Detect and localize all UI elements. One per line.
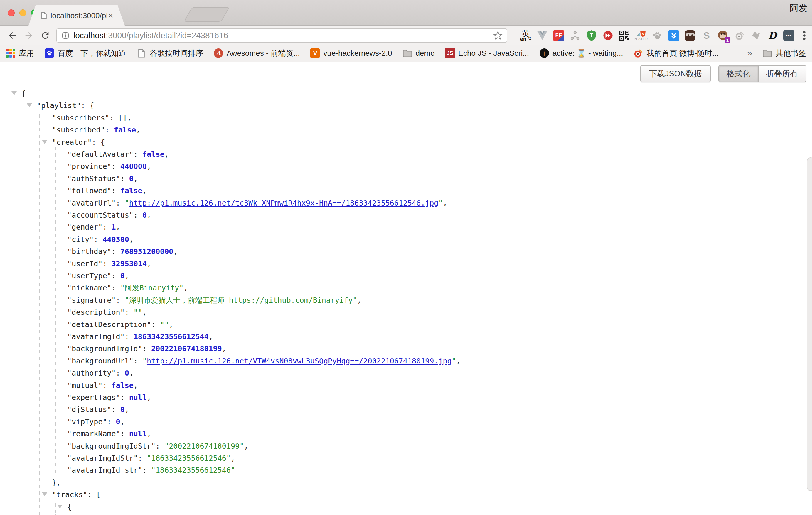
shield-icon: T (587, 30, 596, 41)
json-line: "avatarUrl": "http://p1.music.126.net/tc… (67, 197, 447, 209)
json-token: "djStatus" (67, 405, 112, 414)
chevrons-blue-extension-button[interactable] (667, 29, 680, 42)
json-token: "subscribers" (52, 114, 110, 122)
chrome-menu-button[interactable] (798, 29, 811, 42)
json-token: "subscribed" (52, 126, 105, 134)
json-token: : [ (87, 490, 100, 499)
indent-guide (23, 99, 23, 515)
window-titlebar: localhost:3000/playlist/detail?i × 阿发 (0, 0, 812, 26)
json-token: : (120, 174, 129, 183)
paw-extension-button[interactable] (650, 29, 664, 42)
vertical-scrollbar[interactable] (807, 158, 812, 491)
bookmark-item[interactable]: demo (403, 49, 435, 58)
minimize-window-button[interactable] (19, 9, 26, 17)
bookmark-item[interactable]: 我的首页 微博-随时... (634, 48, 719, 58)
json-token: : (112, 187, 120, 195)
folder-icon (763, 49, 772, 58)
weibo-gray-icon (735, 31, 744, 40)
json-line: "gender": 1, (67, 221, 120, 233)
bookmark-item[interactable]: JSEcho JS - JavaScri... (445, 49, 529, 58)
page-icon (138, 49, 145, 58)
json-token: "remarkName" (67, 430, 120, 438)
json-token: { (22, 89, 26, 98)
json-token: , (456, 357, 461, 365)
bookmark-label: vue-hackernews-2.0 (323, 49, 392, 58)
bookmark-item[interactable]: ↓active: ⌛ - waiting... (540, 49, 623, 58)
collapse-all-button[interactable]: 折叠所有 (759, 66, 806, 82)
json-url-link[interactable]: http://p1.music.126.net/tc3Wk_XNPmwiR4hx… (129, 199, 439, 207)
url-text[interactable]: localhost:3000/playlist/detail?id=243816… (74, 31, 493, 40)
mask-extension-button[interactable] (684, 29, 697, 42)
json-token: "avatarUrl" (67, 199, 116, 207)
json-token: : (142, 344, 151, 353)
fehelper-extension-button[interactable]: FE (552, 29, 566, 42)
collapse-triangle-icon[interactable] (27, 103, 32, 107)
awesomes-icon: A (214, 49, 223, 58)
forward-button[interactable] (22, 29, 35, 42)
json-token: "authority" (67, 369, 116, 377)
page-info-icon[interactable] (61, 31, 70, 40)
weibo-gray-extension-button[interactable] (733, 29, 746, 42)
json-token: , (120, 418, 125, 426)
page-actions: 下载JSON数据 格式化 折叠所有 (640, 65, 806, 82)
json-token: "" (134, 308, 142, 316)
collapse-triangle-icon[interactable] (11, 91, 17, 95)
json-token: : (151, 320, 160, 329)
collapse-triangle-icon[interactable] (57, 505, 62, 509)
json-token: : (103, 381, 111, 390)
bookmark-item[interactable]: AAwesomes - 前端资... (214, 48, 300, 58)
bookmark-label: active: ⌛ - waiting... (552, 49, 623, 58)
json-token: , (129, 369, 134, 377)
bookmark-star-icon[interactable] (493, 31, 502, 40)
bookmarks-overflow-chevron[interactable]: » (747, 48, 752, 58)
json-token: 0 (116, 418, 120, 426)
view-mode-segmented-control: 格式化 折叠所有 (718, 65, 806, 82)
json-line: "backgroundImgId": 2002210674180199, (67, 343, 226, 355)
close-window-button[interactable] (8, 9, 15, 17)
json-token: "creator" (52, 138, 92, 146)
other-bookmarks-button[interactable]: 其他书签 (763, 48, 806, 58)
indent-guide (56, 500, 56, 515)
collapse-triangle-icon[interactable] (42, 140, 47, 144)
vue-gray-extension-button[interactable] (535, 29, 549, 42)
download-json-button[interactable]: 下载JSON数据 (640, 65, 711, 82)
json-token: 768931200000 (120, 247, 174, 256)
qrcode-extension-button[interactable] (618, 29, 631, 42)
address-bar[interactable]: localhost:3000/playlist/detail?id=243816… (56, 28, 507, 42)
json-url-link[interactable]: http://p1.music.126.net/VTW4vsN08vwL3uSQ… (147, 357, 452, 365)
json-line: "avatarImgId": 18633423556612544, (67, 331, 213, 343)
json-line: "subscribed": false, (52, 124, 140, 136)
sitemap-extension-button[interactable] (568, 29, 582, 42)
shield-extension-button[interactable]: T (585, 29, 598, 42)
bookmark-item[interactable]: 百度一下，你就知道 (45, 48, 126, 58)
monkey-extension-button[interactable]: 1 (716, 29, 730, 42)
browser-tab[interactable]: localhost:3000/playlist/detail?i × (28, 5, 125, 26)
json-token: : (120, 430, 129, 438)
json-token: , (169, 320, 173, 329)
folder-icon (763, 49, 772, 57)
reload-button[interactable] (39, 29, 52, 42)
bookmark-item[interactable]: 谷歌按时间排序 (137, 48, 203, 58)
json-token: : (103, 223, 111, 231)
translate-extension-button[interactable]: 英en↯ (519, 29, 532, 42)
bookmark-item[interactable]: 应用 (6, 48, 34, 58)
json-token: 0 (142, 211, 147, 219)
json-line: "djStatus": 0, (67, 403, 129, 416)
json-token: : (134, 357, 142, 365)
json-line: "detailDescription": "", (67, 319, 173, 331)
bookmark-item[interactable]: Vvue-hackernews-2.0 (310, 49, 392, 58)
tab-close-icon[interactable]: × (108, 11, 113, 20)
json-token: : (94, 235, 103, 244)
json-token: 1 (112, 223, 116, 231)
fast-forward-extension-button[interactable] (601, 29, 615, 42)
collapse-triangle-icon[interactable] (42, 492, 47, 496)
letter-s-extension-button[interactable]: S (700, 29, 713, 42)
bird-extension-button[interactable] (749, 29, 763, 42)
new-tab-button[interactable] (184, 7, 230, 22)
html5-player-extension-button[interactable]: ◢5PLAYER (634, 29, 647, 42)
format-button[interactable]: 格式化 (719, 66, 759, 82)
letter-d-extension-button[interactable]: D (765, 29, 779, 42)
dots-card-extension-button[interactable]: ••• (782, 29, 795, 42)
back-button[interactable] (6, 29, 19, 42)
json-line: "accountStatus": 0, (67, 209, 151, 221)
